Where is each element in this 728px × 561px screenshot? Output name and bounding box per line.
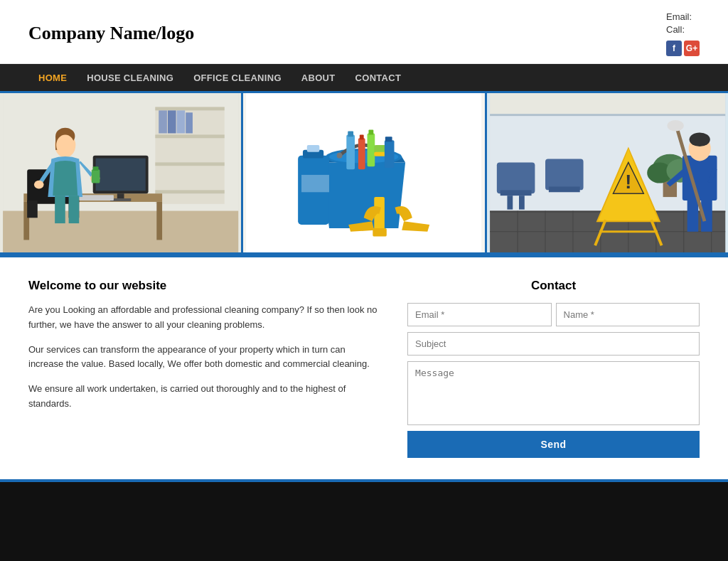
contact-title: Contact (407, 279, 700, 293)
hero-image-3: ! (485, 93, 728, 252)
footer-dark (0, 482, 728, 561)
svg-rect-7 (159, 110, 167, 133)
subject-input[interactable] (407, 332, 700, 356)
svg-rect-33 (92, 169, 100, 183)
svg-rect-66 (507, 196, 513, 209)
svg-rect-58 (385, 137, 392, 141)
svg-rect-53 (368, 133, 375, 166)
nav-contact[interactable]: CONTACT (346, 64, 412, 91)
welcome-para-1: Are you Looking an affordable and profes… (28, 303, 379, 333)
svg-rect-26 (79, 195, 114, 201)
svg-rect-65 (500, 190, 531, 196)
email-label: Email: (666, 11, 692, 22)
svg-rect-21 (117, 193, 124, 199)
facebook-icon[interactable]: f (666, 41, 682, 56)
form-row-email-name (407, 303, 700, 326)
svg-rect-64 (496, 162, 535, 193)
contact-section: Contact Send (407, 279, 700, 458)
svg-rect-45 (307, 145, 320, 152)
svg-rect-18 (156, 202, 162, 240)
google-plus-icon[interactable]: G+ (684, 41, 700, 56)
svg-rect-36 (69, 196, 80, 223)
nav-home[interactable]: HOME (28, 64, 77, 91)
svg-rect-50 (348, 132, 354, 137)
call-label: Call: (666, 24, 685, 35)
svg-rect-5 (155, 162, 224, 166)
svg-rect-4 (155, 134, 224, 138)
call-info: Call: (666, 23, 685, 35)
svg-rect-61 (490, 93, 725, 114)
svg-rect-54 (369, 130, 374, 135)
svg-text:!: ! (625, 171, 631, 193)
name-input[interactable] (556, 303, 700, 326)
svg-rect-34 (93, 166, 99, 171)
social-icons: f G+ (666, 41, 700, 56)
svg-rect-49 (347, 134, 355, 169)
nav-house-cleaning[interactable]: HOUSE CLEANING (77, 64, 183, 91)
send-button[interactable]: Send (407, 431, 700, 458)
company-logo: Company Name/logo (28, 23, 194, 44)
email-info: Email: (666, 11, 692, 22)
svg-rect-9 (177, 110, 186, 133)
svg-rect-51 (358, 138, 365, 169)
svg-point-30 (56, 134, 74, 155)
svg-rect-20 (96, 159, 146, 191)
svg-point-31 (34, 181, 44, 189)
nav-about[interactable]: ABOUT (291, 64, 346, 91)
svg-rect-52 (360, 134, 364, 139)
welcome-para-2: Our services can transform the appearanc… (28, 343, 379, 373)
svg-rect-63 (490, 114, 725, 116)
svg-rect-15 (3, 211, 238, 252)
welcome-para-3: We ensure all work undertaken, is carrie… (28, 382, 379, 412)
svg-rect-67 (519, 196, 525, 209)
svg-rect-3 (155, 107, 224, 110)
svg-rect-68 (545, 159, 584, 191)
header-right: Email: Call: f G+ (666, 11, 700, 56)
nav-office-cleaning[interactable]: OFFICE CLEANING (183, 64, 291, 91)
hero-section: ! (0, 91, 728, 255)
svg-rect-6 (155, 190, 224, 193)
svg-rect-35 (55, 196, 65, 223)
svg-rect-92 (687, 197, 698, 232)
welcome-section: Welcome to our website Are you Looking a… (28, 279, 379, 458)
svg-rect-46 (301, 175, 329, 192)
header: Company Name/logo Email: Call: f G+ (0, 0, 728, 64)
hero-image-1 (0, 93, 241, 252)
svg-rect-24 (27, 201, 38, 218)
message-textarea[interactable] (407, 361, 700, 425)
svg-point-98 (667, 120, 683, 132)
svg-rect-57 (385, 140, 395, 168)
navbar: HOME HOUSE CLEANING OFFICE CLEANING ABOU… (0, 64, 728, 91)
svg-rect-48 (373, 228, 387, 237)
svg-rect-69 (549, 186, 580, 192)
hero-image-2 (241, 93, 484, 252)
svg-point-96 (689, 133, 710, 146)
email-input[interactable] (407, 303, 551, 326)
svg-rect-10 (186, 112, 193, 133)
svg-rect-8 (168, 110, 176, 133)
main-content: Welcome to our website Are you Looking a… (0, 257, 728, 479)
welcome-title: Welcome to our website (28, 279, 379, 293)
svg-point-41 (337, 153, 343, 159)
